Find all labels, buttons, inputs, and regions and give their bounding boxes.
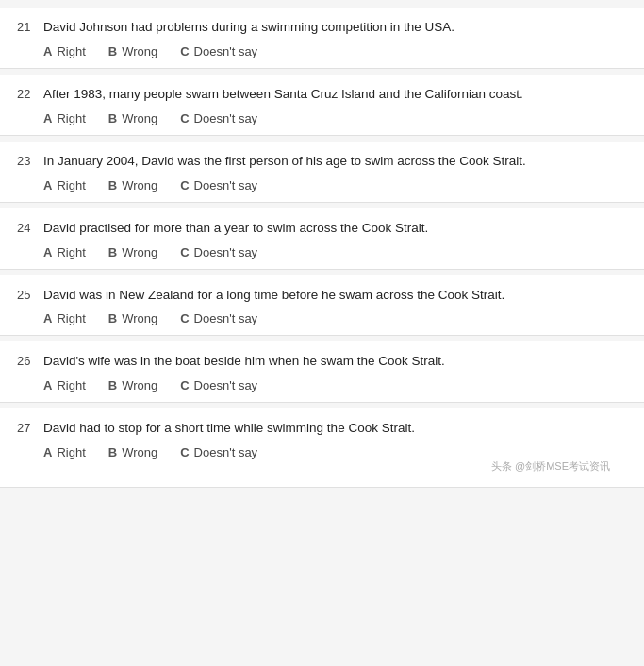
option-letter: A — [43, 44, 52, 58]
option-label: Doesn't say — [194, 178, 258, 192]
option-group-B[interactable]: BWrong — [108, 311, 157, 325]
option-letter: C — [180, 311, 189, 325]
option-group-A[interactable]: ARight — [43, 378, 86, 392]
question-row: 27David had to stop for a short time whi… — [17, 420, 627, 438]
option-group-A[interactable]: ARight — [43, 311, 86, 325]
option-label: Wrong — [122, 445, 157, 459]
options-row: ARightBWrongCDoesn't say — [43, 311, 627, 325]
option-letter: A — [43, 111, 52, 125]
option-label: Right — [57, 111, 85, 125]
option-group-C[interactable]: CDoesn't say — [180, 178, 257, 192]
option-group-B[interactable]: BWrong — [108, 445, 157, 459]
option-letter: B — [108, 245, 117, 259]
question-number: 22 — [17, 86, 43, 101]
option-label: Doesn't say — [194, 245, 258, 259]
option-letter: C — [180, 245, 189, 259]
option-group-B[interactable]: BWrong — [108, 44, 157, 58]
option-label: Doesn't say — [194, 311, 258, 325]
question-block-21: 21David Johnson had problems during a sw… — [0, 8, 644, 69]
option-group-A[interactable]: ARight — [43, 111, 86, 125]
question-block-27: 27David had to stop for a short time whi… — [0, 408, 644, 488]
option-group-B[interactable]: BWrong — [108, 378, 157, 392]
option-label: Right — [57, 378, 85, 392]
watermark: 头条 @剑桥MSE考试资讯 — [17, 459, 627, 477]
option-group-C[interactable]: CDoesn't say — [180, 311, 257, 325]
option-label: Right — [57, 245, 85, 259]
option-letter: C — [180, 44, 189, 58]
option-letter: C — [180, 445, 189, 459]
question-row: 25David was in New Zealand for a long ti… — [17, 287, 627, 305]
question-number: 24 — [17, 220, 43, 235]
option-label: Doesn't say — [194, 44, 258, 58]
options-row: ARightBWrongCDoesn't say — [43, 178, 627, 192]
question-block-24: 24David practised for more than a year t… — [0, 208, 644, 270]
question-text: After 1983, many people swam between San… — [43, 86, 627, 104]
option-label: Wrong — [122, 378, 157, 392]
question-block-25: 25David was in New Zealand for a long ti… — [0, 275, 644, 337]
question-row: 23In January 2004, David was the first p… — [17, 153, 627, 171]
option-letter: C — [180, 178, 189, 192]
question-number: 27 — [17, 420, 43, 435]
options-row: ARightBWrongCDoesn't say — [43, 111, 627, 125]
question-block-22: 22After 1983, many people swam between S… — [0, 75, 644, 136]
option-group-A[interactable]: ARight — [43, 44, 86, 58]
option-letter: B — [108, 311, 117, 325]
question-text: David was in New Zealand for a long time… — [43, 287, 627, 305]
options-row: ARightBWrongCDoesn't say — [43, 378, 627, 392]
option-label: Right — [57, 445, 85, 459]
option-letter: A — [43, 178, 52, 192]
option-group-B[interactable]: BWrong — [108, 111, 157, 125]
option-label: Wrong — [122, 44, 157, 58]
page: 21David Johnson had problems during a sw… — [0, 0, 644, 666]
question-row: 22After 1983, many people swam between S… — [17, 86, 627, 104]
option-label: Doesn't say — [194, 445, 258, 459]
question-block-23: 23In January 2004, David was the first p… — [0, 142, 644, 203]
option-group-B[interactable]: BWrong — [108, 245, 157, 259]
options-row: ARightBWrongCDoesn't say — [43, 44, 627, 58]
question-text: David Johnson had problems during a swim… — [43, 19, 627, 37]
question-text: David had to stop for a short time while… — [43, 420, 627, 438]
option-letter: B — [108, 378, 117, 392]
question-block-26: 26David's wife was in the boat beside hi… — [0, 341, 644, 403]
option-group-A[interactable]: ARight — [43, 178, 86, 192]
option-letter: A — [43, 445, 52, 459]
question-text: In January 2004, David was the first per… — [43, 153, 627, 171]
option-letter: B — [108, 44, 117, 58]
option-group-C[interactable]: CDoesn't say — [180, 245, 257, 259]
option-label: Doesn't say — [194, 111, 258, 125]
option-label: Wrong — [122, 111, 157, 125]
option-label: Right — [57, 44, 85, 58]
question-number: 25 — [17, 287, 43, 302]
question-row: 24David practised for more than a year t… — [17, 220, 627, 238]
option-letter: A — [43, 378, 52, 392]
question-number: 23 — [17, 153, 43, 168]
option-group-B[interactable]: BWrong — [108, 178, 157, 192]
option-label: Right — [57, 311, 85, 325]
question-number: 21 — [17, 19, 43, 34]
option-label: Wrong — [122, 311, 157, 325]
options-row: ARightBWrongCDoesn't say — [43, 445, 627, 459]
question-text: David practised for more than a year to … — [43, 220, 627, 238]
question-row: 26David's wife was in the boat beside hi… — [17, 353, 627, 371]
option-group-C[interactable]: CDoesn't say — [180, 44, 257, 58]
option-letter: C — [180, 111, 189, 125]
option-letter: A — [43, 245, 52, 259]
option-group-A[interactable]: ARight — [43, 445, 86, 459]
question-number: 26 — [17, 353, 43, 368]
option-group-C[interactable]: CDoesn't say — [180, 111, 257, 125]
option-letter: B — [108, 178, 117, 192]
option-group-A[interactable]: ARight — [43, 245, 86, 259]
options-row: ARightBWrongCDoesn't say — [43, 245, 627, 259]
option-label: Wrong — [122, 245, 157, 259]
option-letter: B — [108, 445, 117, 459]
option-letter: B — [108, 111, 117, 125]
question-text: David's wife was in the boat beside him … — [43, 353, 627, 371]
option-letter: C — [180, 378, 189, 392]
option-label: Wrong — [122, 178, 157, 192]
option-group-C[interactable]: CDoesn't say — [180, 445, 257, 459]
question-row: 21David Johnson had problems during a sw… — [17, 19, 627, 37]
option-label: Right — [57, 178, 85, 192]
option-letter: A — [43, 311, 52, 325]
option-group-C[interactable]: CDoesn't say — [180, 378, 257, 392]
option-label: Doesn't say — [194, 378, 258, 392]
